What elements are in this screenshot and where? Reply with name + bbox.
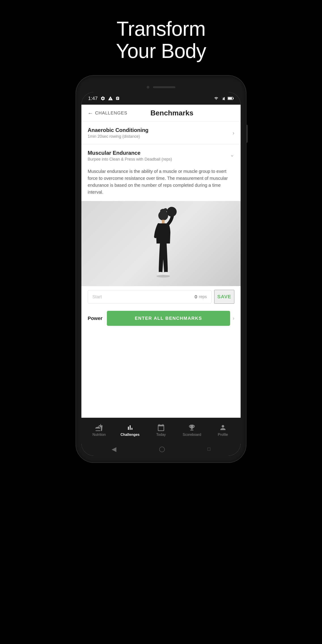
alert-icon xyxy=(108,96,113,101)
nav-item-scoreboard[interactable]: Scoreboard xyxy=(181,424,203,437)
nav-profile-label: Profile xyxy=(218,433,228,437)
home-system-button[interactable]: ◯ xyxy=(159,446,165,452)
back-arrow-icon: ← xyxy=(88,110,93,116)
status-time: 1:47 xyxy=(88,96,98,101)
exercise-image xyxy=(82,201,240,286)
challenges-icon xyxy=(126,424,134,431)
phone-device: 1:47 xyxy=(76,76,246,462)
nav-item-today[interactable]: Today xyxy=(150,424,172,437)
clipboard-icon xyxy=(116,96,120,101)
reps-input-field[interactable]: Start 0 reps xyxy=(88,290,212,304)
page-title: Benchmarks xyxy=(128,109,217,117)
muscular-endurance-title: Muscular Endurance xyxy=(88,150,172,156)
trophy-icon xyxy=(188,424,196,431)
hero-text: Transform Your Body xyxy=(116,18,206,62)
svg-point-12 xyxy=(156,275,170,278)
camera-area xyxy=(82,82,240,92)
nav-item-nutrition[interactable]: Nutrition xyxy=(88,424,110,437)
speaker-bar xyxy=(153,86,175,88)
anaerobic-subtitle: 1min 20sec rowing (distance) xyxy=(88,134,232,139)
list-item-anaerobic[interactable]: Anaerobic Conditioning 1min 20sec rowing… xyxy=(82,122,240,144)
calendar-icon xyxy=(157,424,165,431)
top-nav: ← CHALLENGES Benchmarks xyxy=(82,105,240,122)
muscular-endurance-subtitle: Burpee into Clean & Press with Deadball … xyxy=(88,157,172,162)
input-start-label: Start xyxy=(92,294,102,300)
svg-rect-1 xyxy=(223,98,224,100)
input-unit: reps xyxy=(199,294,207,299)
chevron-down-icon: ⌄ xyxy=(230,152,234,158)
person-icon xyxy=(219,424,227,431)
phone-screen: 1:47 xyxy=(82,92,240,456)
anaerobic-title: Anaerobic Conditioning xyxy=(88,127,232,133)
back-label: CHALLENGES xyxy=(95,110,128,116)
list-section: Anaerobic Conditioning 1min 20sec rowing… xyxy=(82,122,240,330)
recents-system-button[interactable]: □ xyxy=(208,446,210,452)
svg-rect-0 xyxy=(224,97,225,100)
camera-dot xyxy=(147,86,149,88)
input-row: Start 0 reps SAVE xyxy=(82,286,240,307)
svg-point-9 xyxy=(167,207,177,217)
svg-rect-4 xyxy=(233,98,234,99)
list-item-anaerobic-content: Anaerobic Conditioning 1min 20sec rowing… xyxy=(88,127,232,139)
settings-icon xyxy=(100,96,105,101)
muscular-endurance-section: Muscular Endurance Burpee into Clean & P… xyxy=(82,144,240,330)
battery-icon xyxy=(228,96,234,100)
save-button[interactable]: SAVE xyxy=(214,290,234,304)
nav-nutrition-label: Nutrition xyxy=(92,433,106,437)
signal-icon xyxy=(221,96,226,100)
wifi-icon xyxy=(214,96,219,100)
status-icons xyxy=(214,96,234,100)
nav-scoreboard-label: Scoreboard xyxy=(183,433,201,437)
utensils-icon xyxy=(95,424,103,431)
muscular-endurance-header[interactable]: Muscular Endurance Burpee into Clean & P… xyxy=(82,144,240,165)
back-system-button[interactable]: ◀ xyxy=(112,446,116,453)
home-indicator: ◀ ◯ □ xyxy=(82,442,240,456)
status-bar: 1:47 xyxy=(82,92,240,105)
svg-rect-8 xyxy=(162,220,164,224)
muscular-endurance-description: Muscular endurance is the ability of a m… xyxy=(82,165,240,201)
back-button[interactable]: ← CHALLENGES xyxy=(88,110,128,116)
person-exercise-illustration xyxy=(136,203,186,284)
app-content: ← CHALLENGES Benchmarks Anaerobic Condit… xyxy=(82,105,240,418)
bottom-nav: Nutrition Challenges Today xyxy=(82,418,240,442)
power-chevron-right-icon: › xyxy=(233,316,234,321)
input-value: 0 xyxy=(195,294,197,300)
chevron-right-icon: › xyxy=(232,130,234,136)
nav-item-challenges[interactable]: Challenges xyxy=(119,424,141,437)
nav-item-profile[interactable]: Profile xyxy=(212,424,234,437)
enter-btn-row: Power ENTER ALL BENCHMARKS › xyxy=(82,307,240,330)
svg-point-7 xyxy=(164,208,167,212)
svg-rect-3 xyxy=(228,98,232,100)
enter-all-benchmarks-button[interactable]: ENTER ALL BENCHMARKS xyxy=(107,311,230,326)
nav-today-label: Today xyxy=(156,433,166,437)
nav-challenges-label: Challenges xyxy=(120,433,140,437)
power-section-label: Power xyxy=(88,316,102,321)
